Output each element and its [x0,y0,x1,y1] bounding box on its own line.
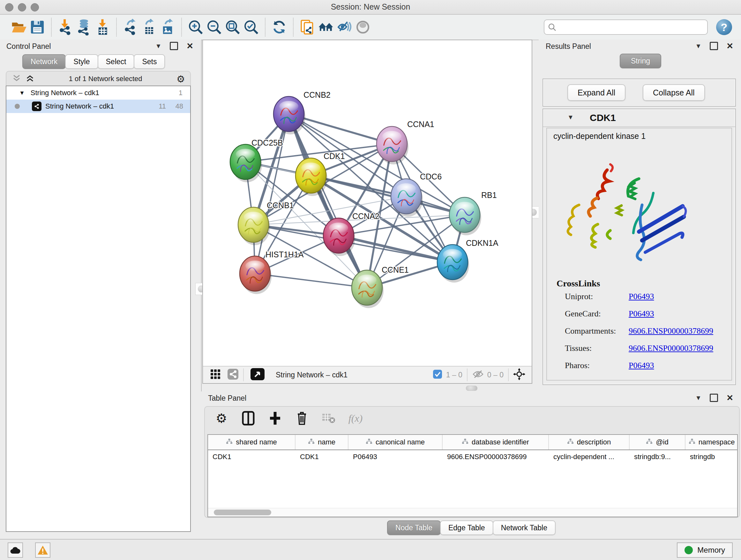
table-tab-network-table[interactable]: Network Table [493,520,556,535]
control-panel-menu-icon[interactable]: ▼ [155,43,161,50]
network-edge-HIST1H1A-CCNE1[interactable] [255,273,367,288]
table-cell[interactable]: cyclin-dependent ... [549,450,630,463]
crosslink-link[interactable]: 9606.ENSP00000378699 [629,326,713,336]
network-edge-CDK1-RB1[interactable] [311,176,465,215]
import-table-file-button[interactable] [93,18,112,37]
network-canvas[interactable]: CCNB2CCNA1CDC25BCDK1CDC6RB1CCNB1CCNA2CDK… [202,40,532,384]
help-button[interactable]: ? [716,19,732,35]
table-cell[interactable]: P06493 [348,450,443,463]
expand-all-button[interactable]: Expand All [567,84,625,101]
string-import-button[interactable] [298,18,317,37]
string-glass-sphere-button[interactable] [354,18,372,37]
network-node-HIST1H1A[interactable] [240,256,272,294]
grid-view-icon[interactable] [210,369,221,381]
network-edge-CCNB2-HIST1H1A[interactable] [255,114,289,273]
table-tab-node-table[interactable]: Node Table [387,520,441,535]
zoom-fit-button[interactable] [223,18,242,37]
table-cell[interactable]: stringdb:9... [630,450,685,463]
birdseye-toggle-icon[interactable] [250,368,265,382]
network-collection-row[interactable]: ▼ String Network – cdk1 1 [6,86,190,100]
column-header-canonicalname[interactable]: canonical name [348,435,443,449]
crosslink-label: Pharos: [565,361,629,370]
zoom-in-button[interactable] [186,18,205,37]
table-tab-edge-table[interactable]: Edge Table [440,520,493,535]
network-node-CCNA1[interactable] [377,126,408,165]
table-cell[interactable]: 9606.ENSP00000378699 [443,450,549,463]
export-image-button[interactable] [158,18,177,37]
table-panel-close-icon[interactable]: ✕ [726,393,733,403]
network-node-CDKN1A[interactable] [437,245,469,283]
results-panel-float-icon[interactable] [710,42,718,50]
tab-style[interactable]: Style [65,54,98,69]
table-cell[interactable]: stringdb [685,450,738,463]
save-session-button[interactable] [28,18,47,37]
fit-selected-crosshair-icon[interactable] [513,368,525,381]
delete-column-icon[interactable] [293,410,310,427]
import-network-database-button[interactable] [75,18,93,37]
zoom-out-button[interactable] [205,18,223,37]
memory-button[interactable]: Memory [677,543,733,558]
column-header-id[interactable]: @id [630,435,685,449]
crosslink-link[interactable]: P06493 [629,292,654,301]
show-columns-icon[interactable] [240,410,257,427]
network-node-CCNB1[interactable] [238,207,270,245]
table-panel-float-icon[interactable] [710,394,718,402]
crosslink-link[interactable]: 9606.ENSP00000378699 [629,344,713,353]
export-table-button[interactable] [140,18,158,37]
results-panel-menu-icon[interactable]: ▼ [695,43,701,50]
toolbar-search-input[interactable] [556,22,704,32]
network-edge-CCNA2-CDKN1A[interactable] [339,236,453,262]
warning-status-button[interactable] [35,543,51,558]
table-cell[interactable]: CDK1 [295,450,348,463]
column-header-namespace[interactable]: namespace [685,435,738,449]
table-horizontal-scrollbar[interactable] [208,508,737,516]
column-header-sharedname[interactable]: shared name [208,435,295,449]
network-node-CDC25B[interactable] [230,144,262,182]
scrollbar-thumb[interactable] [214,509,271,515]
string-enhanced-labels-button[interactable] [335,18,354,37]
string-homes-button[interactable] [317,18,335,37]
refresh-layout-button[interactable] [270,18,288,37]
import-network-file-button[interactable] [56,18,75,37]
export-network-button[interactable] [121,18,140,37]
network-node-CDK1[interactable] [295,158,327,196]
hidden-eye-icon[interactable] [472,369,484,380]
table-cell[interactable]: CDK1 [208,450,295,463]
selected-checkbox-icon[interactable] [433,369,442,380]
tab-network[interactable]: Network [22,54,66,69]
column-header-description[interactable]: description [549,435,630,449]
network-node-RB1[interactable] [449,197,481,235]
add-column-icon[interactable] [267,410,283,427]
expand-all-icon[interactable] [25,74,35,84]
tab-select[interactable]: Select [98,54,135,69]
crosslink-link[interactable]: P06493 [629,309,654,319]
column-header-databaseidentifier[interactable]: database identifier [443,435,549,449]
tab-sets[interactable]: Sets [134,54,165,69]
zoom-selected-button[interactable] [242,18,260,37]
crosslink-link[interactable]: P06493 [629,361,654,370]
gene-disclosure-icon[interactable]: ▼ [567,114,574,121]
control-panel-close-icon[interactable]: ✕ [186,41,193,51]
table-panel-menu-icon[interactable]: ▼ [695,394,701,401]
network-share-icon[interactable] [227,368,239,381]
title-bar: Session: New Session [0,0,741,15]
table-row[interactable]: CDK1CDK1P064939606.ENSP00000378699cyclin… [208,450,737,463]
results-panel-close-icon[interactable]: ✕ [726,41,733,51]
control-panel-float-icon[interactable] [170,42,178,50]
delete-table-icon[interactable] [320,410,337,427]
table-gear-icon[interactable]: ⚙ [213,410,230,427]
function-builder-icon[interactable]: f(x) [347,410,364,427]
network-node-CCNE1[interactable] [352,270,384,308]
cloud-status-button[interactable] [8,543,23,558]
network-list-gear-icon[interactable]: ⚙ [177,73,185,84]
network-row[interactable]: String Network – cdk1 11 48 [6,100,190,113]
results-tab-string[interactable]: String [620,54,661,68]
network-node-CCNA2[interactable] [323,218,355,256]
horizontal-splitter-handle[interactable] [466,386,477,391]
open-session-button[interactable] [10,18,28,37]
collapse-all-button[interactable]: Collapse All [643,84,705,101]
collection-disclosure-icon[interactable]: ▼ [19,90,25,97]
collapse-all-icon[interactable] [12,74,21,84]
network-node-CCNB2[interactable] [273,97,306,134]
column-header-name[interactable]: name [295,435,348,449]
